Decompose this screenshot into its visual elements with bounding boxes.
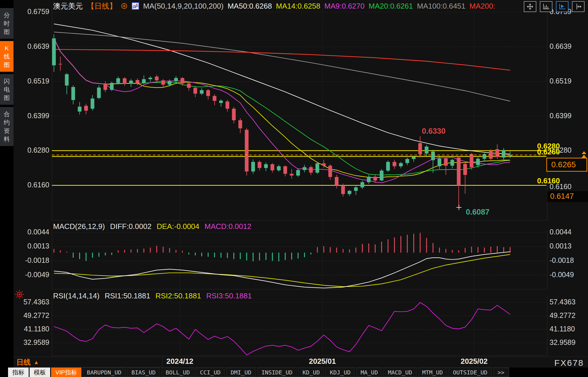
ma14-value: MA14:0.6258 [276, 2, 320, 11]
low-badge: 0.6147 [550, 192, 574, 201]
svg-text:0.6280: 0.6280 [550, 146, 571, 154]
rsi-pane-header: RSI(14,14,14) RSI1:50.1881 RSI2:50.1881 … [53, 292, 252, 300]
tab-inside_ud[interactable]: INSIDE_UD [257, 368, 297, 377]
period-selector[interactable]: 日线 ▲ [16, 357, 39, 367]
svg-text:-0.0018: -0.0018 [25, 256, 49, 264]
gridlines [52, 9, 547, 355]
ma-settings-label: MA(50,14,9,20,100,200) [143, 2, 223, 11]
svg-text:0.6759: 0.6759 [28, 7, 49, 15]
svg-text:-0.0018: -0.0018 [550, 256, 574, 264]
sidebar-item-2[interactable]: 闪电图 [0, 74, 13, 105]
ma-line-ma20 [54, 38, 510, 175]
svg-text:49.2772: 49.2772 [550, 311, 575, 319]
svg-text:0.6160: 0.6160 [537, 176, 560, 185]
axis-scale-icon[interactable] [540, 1, 552, 12]
svg-text:0.6280: 0.6280 [537, 142, 560, 150]
tab->>[interactable]: >> [493, 368, 509, 377]
svg-text:57.4363: 57.4363 [550, 298, 575, 306]
candlestick-chart-svg: 0.67590.67590.66390.66390.65190.65190.63… [0, 0, 588, 377]
axis-play-icon[interactable] [556, 1, 568, 12]
tab-[interactable]: 模板 [30, 368, 50, 377]
symbol-name: 澳元美元 [53, 1, 83, 11]
svg-text:2025/01: 2025/01 [309, 357, 336, 366]
svg-text:57.4363: 57.4363 [24, 298, 49, 306]
macd-title: MACD(26,12,9) [53, 222, 105, 231]
ma200-value: MA200: [470, 2, 495, 11]
ma20-value: MA20:0.6261 [369, 2, 413, 11]
svg-text:0.0044: 0.0044 [550, 228, 572, 236]
diff-line [54, 252, 510, 288]
pane-borders [52, 7, 547, 356]
level-lines: 0.62800.62600.6160 [52, 142, 560, 185]
svg-text:0.6399: 0.6399 [28, 112, 49, 120]
svg-text:0.6639: 0.6639 [28, 42, 49, 50]
svg-text:2024/12: 2024/12 [166, 357, 193, 366]
sidebar-item-0[interactable]: 分时图 [0, 8, 13, 39]
svg-text:0.0044: 0.0044 [28, 228, 50, 236]
dea-line [54, 254, 510, 287]
svg-text:0.6160: 0.6160 [28, 181, 49, 189]
macd-pane-header: MACD(26,12,9) DIFF:0.0002 DEA:-0.0004 MA… [53, 222, 251, 231]
move-icon[interactable] [524, 1, 536, 12]
tab-macd_ud[interactable]: MACD_UD [383, 368, 416, 377]
period-selector-label: 日线 [16, 357, 31, 367]
chart-type-sidebar: 分时图K线图闪电图合约资料 [0, 0, 13, 377]
svg-text:0.6087: 0.6087 [466, 208, 490, 216]
ma-lines [54, 24, 510, 183]
macd-macd-value: MACD:0.0012 [205, 222, 251, 231]
svg-text:49.2772: 49.2772 [24, 311, 49, 319]
svg-text:41.1180: 41.1180 [550, 325, 575, 333]
ma-line-ma100 [54, 32, 510, 101]
svg-text:0.6160: 0.6160 [550, 182, 571, 191]
svg-text:0.6265: 0.6265 [551, 160, 576, 169]
price-chart-area: 0.67590.67590.66390.66390.65190.65190.63… [0, 0, 588, 377]
ma50-value: MA50:0.6268 [227, 2, 272, 11]
period-label[interactable]: 【日线】 [87, 1, 117, 11]
axis-shift-icon[interactable] [572, 1, 585, 12]
tab-bias_ud[interactable]: BIAS_UD [127, 368, 160, 377]
svg-text:32.9589: 32.9589 [24, 338, 49, 346]
svg-text:41.1180: 41.1180 [24, 325, 49, 333]
tab-[interactable]: 指标 [8, 368, 29, 377]
svg-text:0.6260: 0.6260 [537, 147, 560, 156]
tab-kd_ud[interactable]: KD_UD [298, 368, 324, 377]
alert-dot-icon[interactable] [14, 289, 25, 301]
svg-text:0.6330: 0.6330 [422, 127, 446, 135]
tab-boll_ud[interactable]: BOLL_UD [161, 368, 194, 377]
rsi2-value: RSI2:50.1881 [155, 292, 201, 300]
circle-plus-icon[interactable] [121, 3, 128, 9]
rsi-line [54, 302, 510, 355]
ma-line-ma50 [54, 24, 510, 154]
tab-outside_ud[interactable]: OUTSIDE_UD [448, 368, 492, 377]
tab-barupdn_ud[interactable]: BARUPDN_UD [82, 368, 126, 377]
tab-mtm_ud[interactable]: MTM_UD [418, 368, 447, 377]
rsi-title: RSI(14,14,14) [53, 292, 100, 300]
trading-app-window: 0.67590.67590.66390.66390.65190.65190.63… [0, 0, 588, 377]
svg-text:-0.0049: -0.0049 [550, 271, 574, 279]
chart-toolbar [524, 1, 585, 12]
sidebar-item-1[interactable]: K线图 [0, 41, 13, 72]
svg-text:32.9589: 32.9589 [550, 338, 575, 346]
chevron-up-icon: ▲ [34, 359, 39, 366]
tab-cci_ud[interactable]: CCI_UD [195, 368, 225, 377]
macd-pane [54, 233, 510, 288]
rsi1-value: RSI1:50.1881 [105, 292, 150, 300]
svg-text:-0.0049: -0.0049 [25, 271, 49, 279]
tab-vip[interactable]: VIP指标 [51, 368, 81, 377]
sidebar-item-3[interactable]: 合约资料 [0, 107, 13, 146]
svg-text:0.6639: 0.6639 [550, 42, 571, 50]
macd-dea-value: DEA:-0.0004 [157, 222, 199, 231]
tab-ma_ud[interactable]: MA_UD [356, 368, 382, 377]
svg-text:0.6519: 0.6519 [550, 77, 571, 85]
rsi3-value: RSI3:50.1881 [206, 292, 252, 300]
ma9-value: MA9:0.6270 [324, 2, 365, 11]
current-price-marker: 0.62650.6147 [52, 151, 588, 202]
tab-dmi_ud[interactable]: DMI_UD [226, 368, 256, 377]
ma-line-ma14 [54, 38, 510, 178]
svg-text:0.0013: 0.0013 [550, 242, 571, 250]
candles-layer [52, 34, 512, 207]
tab-kdj_ud[interactable]: KDJ_UD [325, 368, 355, 377]
mini-chart-icon[interactable] [132, 2, 139, 10]
svg-text:0.6399: 0.6399 [550, 112, 571, 120]
indicator-tab-bar: 指标模板VIP指标BARUPDN_UDBIAS_UDBOLL_UDCCI_UDD… [0, 368, 588, 377]
